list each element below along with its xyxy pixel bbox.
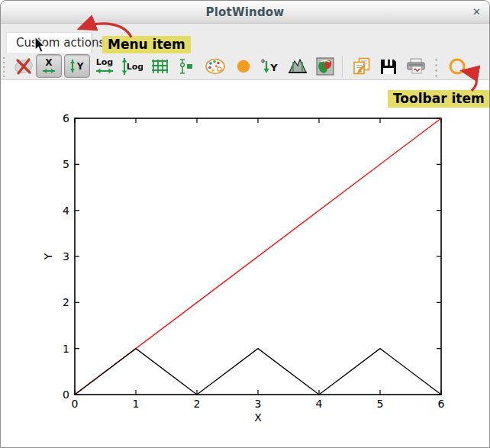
plot-window: PlotWindow ✕ Custom actions X Y (0, 0, 490, 448)
image-settings-button[interactable] (316, 57, 334, 79)
y-tick-label: 3 (63, 250, 69, 263)
x-tick-label: 2 (194, 398, 201, 410)
save-icon (380, 58, 397, 75)
y-tick-label: 2 (63, 296, 69, 308)
toolbar-drag-handle[interactable] (2, 56, 5, 77)
log-x-button[interactable]: Log (94, 56, 115, 79)
toolbar-item-callout: Toolbar item (388, 90, 490, 108)
y-axis-range-icon: Y (67, 56, 87, 76)
orange-dot-icon (237, 60, 250, 73)
x-axis-range-icon: X (39, 56, 59, 76)
item-parameters-button[interactable] (205, 58, 226, 78)
menu-item-custom-actions[interactable]: Custom actions (6, 32, 92, 53)
image-icon (316, 57, 334, 76)
plot-canvas[interactable]: 01234560123456XY (1, 80, 490, 448)
y-axis-range-button[interactable]: Y (64, 54, 90, 78)
title-bar[interactable]: PlotWindow ✕ (1, 1, 489, 24)
circle-tool-button[interactable] (448, 57, 466, 79)
delete-free-region-button[interactable] (14, 57, 34, 79)
window-title: PlotWindow (1, 1, 489, 24)
circle-outline-icon (448, 57, 466, 76)
marker-style-button[interactable] (237, 60, 250, 76)
x-axis-label: X (254, 411, 262, 424)
y-tick-label: 6 (63, 112, 69, 124)
svg-text:X: X (45, 57, 53, 68)
axes-style-button[interactable] (178, 58, 195, 78)
log-x-icon: Log (94, 56, 115, 76)
levels-icon (178, 58, 195, 75)
x-tick-label: 6 (438, 398, 445, 410)
menu-bar: Custom actions (1, 24, 489, 53)
x-tick-label: 4 (316, 398, 323, 410)
y-axis-label: Y (42, 253, 54, 260)
save-button[interactable] (380, 58, 397, 78)
toolbar-separator (342, 56, 343, 77)
x-tick-label: 0 (72, 398, 79, 410)
close-button[interactable]: ✕ (472, 1, 481, 24)
svg-text:Log: Log (127, 62, 143, 72)
log-y-icon: Log (120, 56, 143, 76)
x-tick-label: 3 (255, 398, 262, 410)
palette-icon (205, 58, 226, 75)
grid-button[interactable] (151, 59, 168, 77)
x-tick-label: 1 (133, 398, 140, 410)
curve-stats-button[interactable] (288, 58, 308, 78)
log-y-button[interactable]: Log (120, 56, 143, 79)
copy-to-clipboard-button[interactable] (353, 57, 371, 79)
red-cross-icon (14, 57, 34, 76)
svg-text:Y: Y (76, 61, 84, 72)
y-tick-label: 5 (63, 158, 69, 170)
toolbar: X Y Log Log (1, 53, 489, 80)
curve-stats-icon (288, 58, 308, 75)
grid-icon (151, 59, 168, 74)
apply-to-y-button[interactable]: Y (260, 58, 279, 78)
menu-item-callout: Menu item (102, 36, 191, 53)
print-button[interactable] (406, 58, 426, 78)
printer-icon (406, 58, 426, 75)
y-tick-label: 0 (63, 388, 69, 401)
x-axis-range-button[interactable]: X (36, 54, 62, 78)
y-tick-label: 4 (63, 205, 69, 217)
x-tick-label: 5 (377, 398, 384, 410)
toolbar-dotted-separator (435, 56, 437, 77)
down-arrow-y-icon: Y (260, 58, 279, 75)
svg-text:Log: Log (96, 57, 113, 67)
clipboard-icon (353, 57, 371, 76)
svg-text:Y: Y (269, 62, 278, 73)
plot-area[interactable]: 01234560123456XY (1, 80, 489, 447)
y-tick-label: 1 (63, 343, 69, 355)
